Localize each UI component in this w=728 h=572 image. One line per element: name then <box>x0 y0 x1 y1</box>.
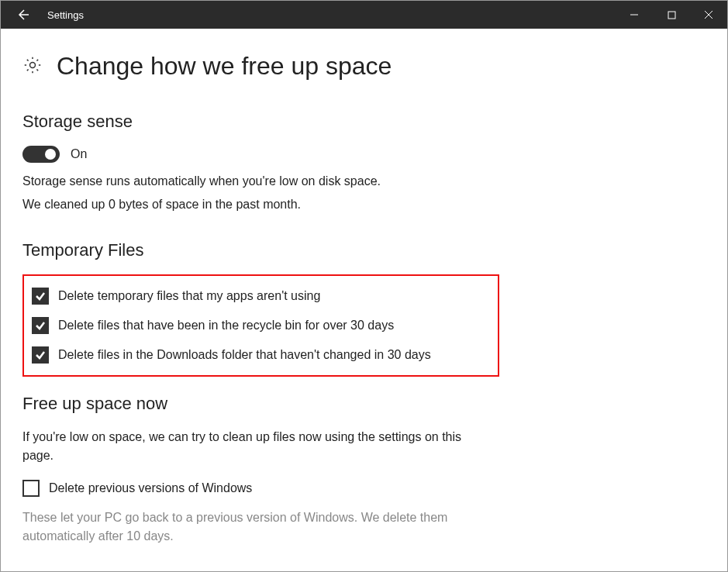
maximize-button[interactable] <box>653 1 690 29</box>
checkbox-label: Delete previous versions of Windows <box>49 479 252 498</box>
arrow-left-icon <box>16 8 29 22</box>
storage-sense-toggle[interactable] <box>22 146 60 163</box>
titlebar-spacer <box>95 1 616 29</box>
minimize-icon <box>630 10 639 19</box>
svg-rect-0 <box>668 12 675 19</box>
checkbox-prev-windows[interactable] <box>22 480 40 497</box>
free-up-now-section: Free up space now If you're low on space… <box>22 394 706 546</box>
checkbox-label: Delete files in the Downloads folder tha… <box>58 346 431 364</box>
prev-windows-option: Delete previous versions of Windows <box>22 479 706 498</box>
page-header: Change how we free up space <box>22 52 706 81</box>
checkbox-label: Delete temporary files that my apps aren… <box>58 287 320 305</box>
close-button[interactable] <box>690 1 727 29</box>
temp-files-option-2: Delete files in the Downloads folder tha… <box>32 346 490 364</box>
checkbox-recycle-bin[interactable] <box>32 317 49 334</box>
temporary-files-heading: Temporary Files <box>22 240 706 260</box>
prev-windows-hint: These let your PC go back to a previous … <box>22 508 472 546</box>
svg-point-1 <box>30 62 36 67</box>
check-icon <box>35 320 46 331</box>
close-icon <box>704 10 713 19</box>
free-up-now-heading: Free up space now <box>22 394 706 414</box>
storage-sense-toggle-row: On <box>22 146 706 163</box>
highlight-box: Delete temporary files that my apps aren… <box>22 274 499 377</box>
check-icon <box>35 291 46 302</box>
window-title: Settings <box>44 1 95 29</box>
checkbox-downloads[interactable] <box>32 346 49 364</box>
page-title: Change how we free up space <box>57 52 392 81</box>
temp-files-option-1: Delete files that have been in the recyc… <box>32 316 490 335</box>
free-up-now-desc: If you're low on space, we can try to cl… <box>22 428 472 465</box>
storage-sense-heading: Storage sense <box>22 112 706 132</box>
checkbox-label: Delete files that have been in the recyc… <box>58 316 394 335</box>
storage-sense-toggle-label: On <box>71 147 87 161</box>
back-button[interactable] <box>1 1 44 29</box>
window-controls <box>616 1 727 29</box>
gear-icon <box>22 55 43 78</box>
temporary-files-section: Temporary Files Delete temporary files t… <box>22 240 706 377</box>
page-content: Change how we free up space Storage sens… <box>1 29 727 546</box>
storage-sense-desc-2: We cleaned up 0 bytes of space in the pa… <box>22 195 706 214</box>
toggle-knob <box>45 149 56 160</box>
checkbox-temp-apps[interactable] <box>32 288 49 305</box>
storage-sense-section: Storage sense On Storage sense runs auto… <box>22 112 706 214</box>
titlebar: Settings <box>1 1 727 29</box>
temp-files-option-0: Delete temporary files that my apps aren… <box>32 287 490 305</box>
minimize-button[interactable] <box>616 1 653 29</box>
storage-sense-desc-1: Storage sense runs automatically when yo… <box>22 172 706 191</box>
check-icon <box>35 350 46 360</box>
maximize-icon <box>668 11 676 19</box>
